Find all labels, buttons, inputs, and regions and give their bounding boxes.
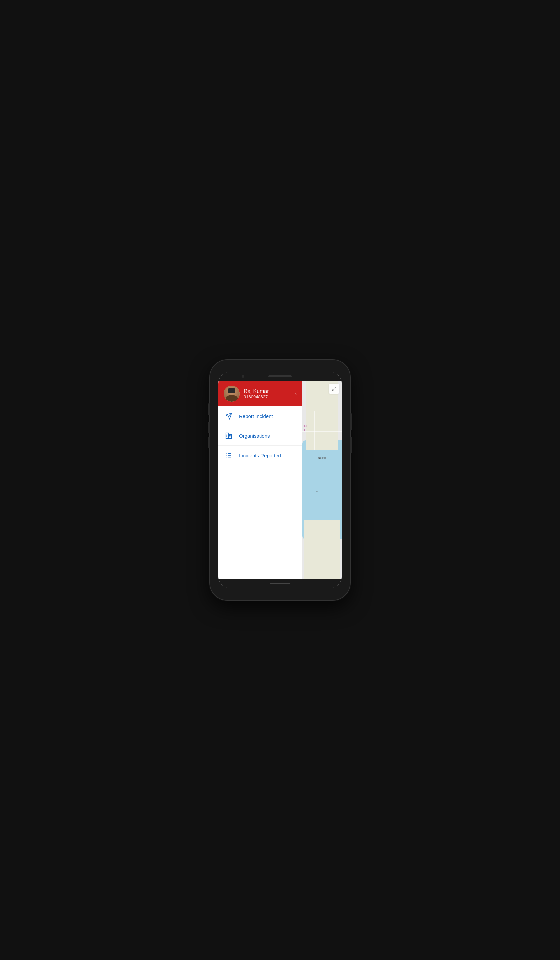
map-label-m: MF [304, 425, 307, 431]
svg-point-16 [226, 457, 227, 458]
report-incident-label: Report Incident [239, 413, 273, 419]
home-indicator [270, 583, 290, 584]
speaker [268, 375, 292, 377]
menu-item-report-incident[interactable]: Report Incident [218, 406, 302, 426]
map-background: MF Neckla S... [302, 381, 342, 579]
phone-device: Raj Kumar 9160948627 › Report Incident [210, 360, 350, 600]
avatar [224, 386, 240, 402]
map-panel: MF Neckla S... [302, 381, 342, 579]
chevron-right-icon: › [295, 390, 297, 397]
drawer-menu: Raj Kumar 9160948627 › Report Incident [218, 381, 302, 579]
phone-screen: Raj Kumar 9160948627 › Report Incident [218, 372, 342, 588]
map-expand-button[interactable] [329, 384, 339, 394]
user-profile-header[interactable]: Raj Kumar 9160948627 › [218, 381, 302, 406]
svg-point-15 [226, 455, 227, 456]
svg-rect-3 [228, 434, 231, 438]
menu-item-incidents-reported[interactable]: Incidents Reported [218, 446, 302, 466]
incidents-reported-label: Incidents Reported [239, 453, 281, 458]
svg-rect-2 [226, 433, 228, 439]
menu-item-organisations[interactable]: Organisations [218, 426, 302, 446]
send-icon [224, 412, 233, 420]
phone-bottom-bar [218, 579, 342, 588]
avatar-image [224, 386, 240, 402]
screen-content: Raj Kumar 9160948627 › Report Incident [218, 381, 342, 579]
map-label-s: S... [316, 490, 320, 493]
building-icon [224, 431, 233, 440]
phone-top-bar [218, 372, 342, 381]
user-info: Raj Kumar 9160948627 [244, 388, 291, 399]
organisations-label: Organisations [239, 433, 270, 439]
svg-line-17 [334, 387, 336, 388]
list-icon [224, 451, 233, 460]
camera [242, 375, 244, 378]
user-name: Raj Kumar [244, 388, 291, 394]
svg-line-18 [332, 389, 334, 390]
user-phone: 9160948627 [244, 394, 291, 399]
map-label-neckla: Neckla [318, 456, 326, 459]
svg-point-14 [226, 453, 227, 454]
